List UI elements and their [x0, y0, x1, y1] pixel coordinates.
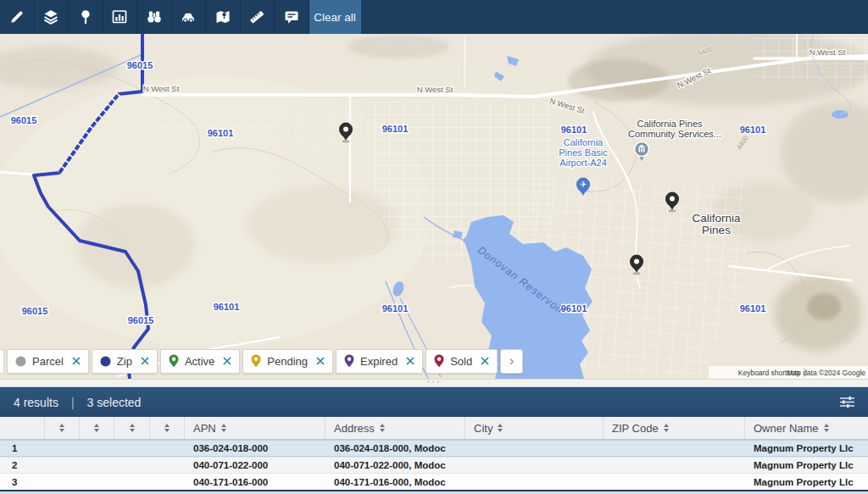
map-svg[interactable]: N West St N West St N West St N West St …: [0, 34, 868, 379]
table-row[interactable]: 2 040-071-022-000 040-071-022-000, Modoc…: [0, 458, 868, 475]
panel-resize-handle[interactable]: ···: [0, 379, 868, 387]
sort-icon: [221, 424, 226, 432]
address-column-header[interactable]: Address: [326, 417, 465, 439]
binoculars-icon: [146, 8, 163, 25]
sort-icon: [824, 424, 829, 432]
table-header-row: APN Address City ZIP Code Owner Name: [0, 417, 868, 440]
chip-sold[interactable]: Sold: [426, 349, 498, 374]
clear-all-button[interactable]: Clear all: [309, 0, 361, 34]
map-canvas[interactable]: N West St N West St N West St N West St …: [0, 34, 868, 379]
svg-text:✈: ✈: [580, 180, 587, 189]
zip-label: 96101: [208, 128, 234, 138]
chip-remove-icon[interactable]: [72, 357, 81, 365]
zip-label: 96101: [382, 124, 409, 134]
sort-column-header[interactable]: [80, 417, 114, 439]
sliders-icon: [839, 396, 855, 408]
search-area-button[interactable]: [137, 0, 172, 34]
clear-all-label: Clear all: [314, 11, 356, 24]
pencil-icon: [8, 8, 25, 25]
sort-icon: [498, 424, 503, 432]
app-window: N West St N West St N West St N West St …: [0, 0, 868, 494]
chip-pending[interactable]: Pending: [242, 349, 333, 374]
map-view-button[interactable]: [206, 0, 241, 34]
city-column-header[interactable]: City: [465, 417, 604, 439]
zip-label: 96101: [214, 302, 240, 312]
column-label: ZIP Code: [612, 422, 659, 435]
sort-column-header[interactable]: [45, 417, 80, 439]
chip-zip[interactable]: Zip: [92, 349, 158, 374]
results-separator: |: [71, 396, 75, 409]
drag-dots: ···: [427, 379, 442, 384]
chip-active[interactable]: Active: [160, 349, 240, 374]
table-row[interactable]: 1 036-024-018-000 036-024-018-000, Modoc…: [0, 440, 868, 457]
chip-remove-icon[interactable]: [223, 357, 231, 365]
index-column-header: [0, 417, 45, 439]
airport-label: Pines Basic: [559, 147, 608, 158]
chip-expired[interactable]: Expired: [336, 349, 423, 374]
street-label: N West St: [417, 85, 453, 94]
community-services-label: California Pines: [637, 119, 703, 129]
owner-column-header[interactable]: Owner Name: [745, 417, 868, 439]
sort-icon: [94, 424, 99, 432]
apn-column-header[interactable]: APN: [185, 417, 326, 439]
chips-scroll-right-button[interactable]: ›: [500, 349, 523, 374]
locality-label: Pines: [702, 224, 731, 236]
owner-cell: Magnum Property Llc: [745, 443, 868, 453]
sort-icon: [664, 424, 669, 432]
active-pin-icon: [169, 354, 179, 368]
notes-button[interactable]: [275, 0, 309, 34]
chip-remove-icon[interactable]: [406, 357, 415, 365]
zip-label: 96101: [740, 303, 766, 314]
drop-pin-button[interactable]: [69, 0, 103, 34]
table-bottom-scrollbar[interactable]: [0, 490, 868, 494]
chip-label: Sold: [450, 355, 472, 368]
bar-chart-icon: [111, 8, 128, 25]
chip-remove-icon[interactable]: [316, 357, 325, 365]
chip-label: Active: [185, 355, 214, 368]
zip-label: 96015: [128, 315, 154, 325]
community-services-label: Community Services...: [628, 129, 721, 139]
pending-pin-icon: [251, 354, 261, 368]
apn-cell: 040-071-022-000: [185, 460, 326, 470]
results-bar: 4 results | 3 selected: [0, 387, 868, 417]
sort-column-header[interactable]: [114, 417, 150, 439]
zip-column-header[interactable]: ZIP Code: [604, 417, 745, 439]
statistics-button[interactable]: [103, 0, 138, 34]
sort-icon: [59, 424, 64, 432]
zip-label: 96101: [561, 125, 587, 135]
chip-partial[interactable]: [0, 349, 4, 374]
layers-button[interactable]: [35, 0, 70, 34]
table-row[interactable]: 3 040-171-016-000 040-171-016-000, Modoc…: [0, 474, 868, 491]
sort-icon: [164, 424, 170, 432]
chip-label: Expired: [360, 355, 398, 368]
chip-label: Zip: [117, 355, 132, 368]
zip-label: 96101: [740, 125, 766, 135]
map-attribution: Keyboard shortcuts Map data ©2024 Google: [709, 366, 868, 379]
sort-icon: [380, 424, 385, 432]
chip-remove-icon[interactable]: [141, 357, 149, 365]
table-settings-button[interactable]: [837, 393, 858, 411]
address-cell: 040-171-016-000, Modoc: [326, 477, 465, 487]
parcel-circle-icon: [15, 356, 26, 367]
column-label: APN: [193, 422, 216, 435]
chip-remove-icon[interactable]: [481, 357, 489, 365]
zip-circle-icon: [100, 356, 111, 367]
comment-icon: [283, 8, 300, 25]
chip-label: Parcel: [32, 355, 64, 368]
draw-button[interactable]: [0, 0, 35, 34]
map-toolbar: Clear all: [0, 0, 868, 34]
apn-cell: 036-024-018-000: [185, 443, 326, 453]
chip-label: Pending: [267, 355, 308, 368]
sold-pin-icon: [434, 354, 444, 368]
row-index: 1: [0, 443, 45, 453]
drive-time-button[interactable]: [172, 0, 207, 34]
ruler-icon: [248, 8, 265, 25]
apn-cell: 040-171-016-000: [185, 477, 326, 487]
sort-column-header[interactable]: [150, 417, 185, 439]
map-data-attribution: Map data ©2024 Google: [787, 369, 865, 377]
chip-parcel[interactable]: Parcel: [7, 349, 89, 374]
zip-label: 96015: [127, 60, 153, 70]
zip-label: 96015: [22, 306, 48, 316]
street-label: N West St: [810, 47, 846, 57]
measure-button[interactable]: [241, 0, 275, 34]
